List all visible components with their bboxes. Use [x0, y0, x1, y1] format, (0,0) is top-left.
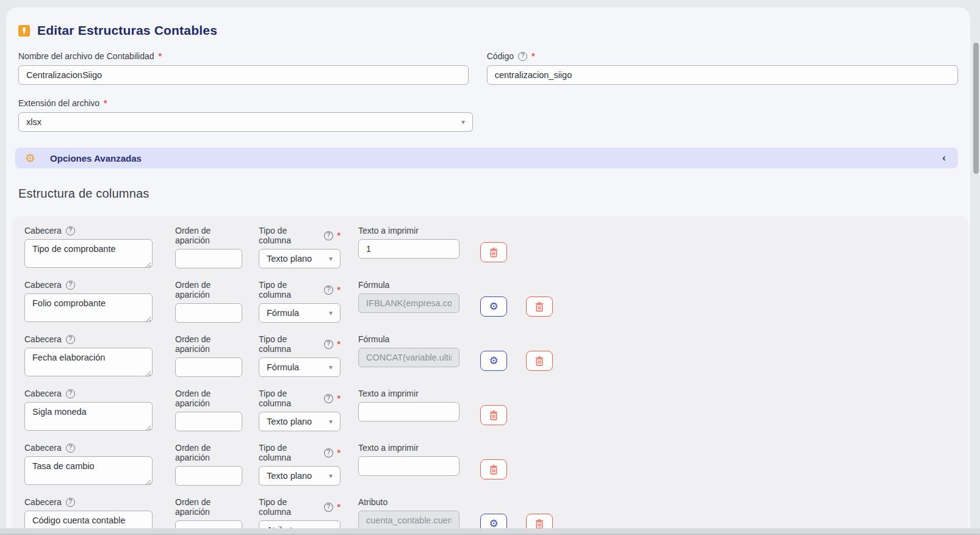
value-input[interactable]	[358, 239, 459, 259]
column-type-value: Texto plano	[267, 254, 312, 264]
column-row: Cabecera? Orden de aparición Tipo de col…	[24, 280, 956, 325]
order-input[interactable]	[175, 466, 242, 486]
trash-icon	[489, 465, 498, 475]
required-asterisk: *	[104, 98, 107, 108]
column-type-select[interactable]: Texto plano ▾	[259, 412, 340, 431]
value-input[interactable]	[358, 456, 459, 476]
help-icon[interactable]: ?	[66, 389, 75, 398]
collapse-chevron-icon[interactable]: ‹	[942, 152, 946, 164]
column-type-select[interactable]: Texto plano ▾	[259, 466, 340, 486]
columns-rows-container: Cabecera? Orden de aparición Tipo de col…	[12, 217, 968, 535]
gear-icon: ⚙	[489, 354, 498, 367]
order-label: Orden de aparición	[175, 389, 242, 408]
column-type-label: Tipo de columna?*	[259, 334, 340, 354]
delete-row-button[interactable]	[480, 242, 507, 262]
chevron-down-icon: ▾	[329, 417, 333, 426]
column-type-select[interactable]: Texto plano ▾	[259, 249, 340, 268]
horizontal-scrollbar[interactable]	[0, 528, 980, 535]
required-asterisk: *	[159, 51, 162, 61]
help-icon[interactable]: ?	[66, 226, 75, 235]
gear-icon: ⚙	[25, 153, 35, 164]
help-icon[interactable]: ?	[324, 503, 333, 512]
help-icon[interactable]: ?	[518, 52, 527, 61]
help-icon[interactable]: ?	[324, 231, 333, 240]
trash-icon	[535, 302, 544, 312]
order-label: Orden de aparición	[175, 334, 242, 354]
chevron-down-icon: ▾	[329, 254, 333, 263]
required-asterisk: *	[337, 339, 340, 349]
header-textarea[interactable]	[24, 348, 153, 376]
header-label: Cabecera?	[24, 280, 153, 290]
help-icon[interactable]: ?	[324, 285, 333, 295]
chevron-down-icon: ▾	[329, 363, 333, 372]
value-input[interactable]	[358, 348, 459, 367]
help-icon[interactable]: ?	[324, 394, 333, 403]
header-label: Cabecera?	[24, 334, 153, 344]
extension-selected-value: xlsx	[26, 117, 41, 127]
column-type-label: Tipo de columna?*	[259, 497, 340, 517]
required-asterisk: *	[337, 502, 340, 512]
column-row: Cabecera? Orden de aparición Tipo de col…	[24, 334, 956, 379]
value-label: Fórmula	[358, 280, 459, 290]
column-type-label: Tipo de columna?*	[259, 443, 340, 462]
formula-settings-button[interactable]: ⚙	[480, 351, 507, 371]
header-textarea[interactable]	[24, 293, 153, 322]
order-label: Orden de aparición	[175, 226, 242, 245]
vertical-scrollbar-thumb[interactable]	[973, 43, 979, 174]
order-input[interactable]	[175, 249, 242, 268]
value-input[interactable]	[358, 511, 459, 530]
column-type-label: Tipo de columna?*	[259, 389, 340, 408]
advanced-options-bar[interactable]: ⚙ Opciones Avanzadas ‹	[15, 148, 958, 168]
column-row: Cabecera? Orden de aparición Tipo de col…	[24, 389, 956, 433]
column-type-value: Texto plano	[267, 471, 312, 481]
extension-label: Extensión del archivo*	[18, 98, 473, 108]
delete-row-button[interactable]	[480, 405, 507, 425]
value-input[interactable]	[358, 402, 459, 422]
help-icon[interactable]: ?	[66, 443, 75, 453]
help-icon[interactable]: ?	[66, 281, 75, 290]
order-input[interactable]	[175, 412, 242, 431]
code-input[interactable]	[487, 65, 958, 85]
help-icon[interactable]: ?	[66, 498, 75, 507]
header-textarea[interactable]	[24, 456, 153, 485]
delete-row-button[interactable]	[480, 459, 507, 479]
required-asterisk: *	[337, 448, 340, 458]
main-card: Editar Estructuras Contables Nombre del …	[6, 7, 970, 535]
header-textarea[interactable]	[24, 239, 153, 268]
header-label: Cabecera?	[24, 389, 153, 398]
file-name-input[interactable]	[18, 65, 469, 85]
header-label: Cabecera?	[24, 443, 153, 453]
value-input[interactable]	[358, 293, 459, 313]
column-type-select[interactable]: Fórmula ▾	[259, 357, 340, 377]
help-icon[interactable]: ?	[66, 335, 75, 344]
column-row: Cabecera? Orden de aparición Tipo de col…	[24, 443, 956, 487]
chevron-down-icon: ▾	[329, 472, 333, 480]
order-input[interactable]	[175, 303, 242, 323]
column-type-label: Tipo de columna?*	[259, 280, 340, 300]
delete-row-button[interactable]	[526, 296, 553, 317]
help-icon[interactable]: ?	[324, 448, 333, 458]
header-label: Cabecera?	[24, 226, 153, 235]
header-textarea[interactable]	[24, 402, 153, 431]
column-type-select[interactable]: Fórmula ▾	[259, 303, 340, 323]
required-asterisk: *	[337, 285, 340, 295]
trash-icon	[489, 411, 498, 420]
extension-select[interactable]: xlsx ▾	[18, 112, 473, 132]
trash-icon	[535, 519, 544, 529]
page-header: Editar Estructuras Contables	[6, 7, 970, 38]
formula-settings-button[interactable]: ⚙	[480, 296, 507, 317]
help-icon[interactable]: ?	[324, 340, 333, 349]
value-label: Texto a imprimir	[358, 389, 459, 398]
trash-icon	[489, 248, 498, 257]
required-asterisk: *	[337, 393, 340, 403]
gear-icon: ⚙	[489, 300, 498, 313]
delete-row-button[interactable]	[526, 351, 553, 371]
order-label: Orden de aparición	[175, 497, 242, 517]
header-label: Cabecera?	[24, 497, 153, 507]
value-label: Texto a imprimir	[358, 443, 459, 453]
order-input[interactable]	[175, 357, 242, 377]
value-label: Texto a imprimir	[358, 226, 459, 235]
required-asterisk: *	[531, 51, 535, 61]
order-label: Orden de aparición	[175, 280, 242, 300]
chevron-down-icon: ▾	[461, 118, 465, 126]
